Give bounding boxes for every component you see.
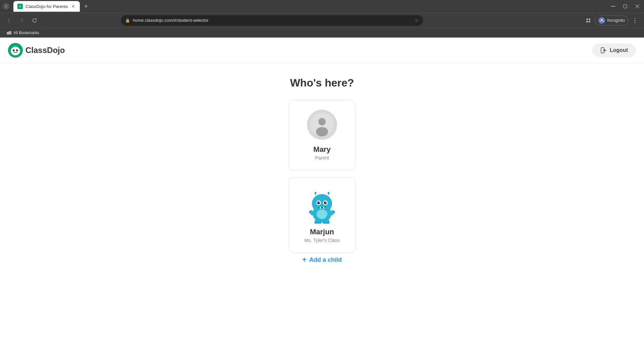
profile-icon — [598, 17, 605, 24]
tab-close-btn[interactable]: ✕ — [70, 4, 76, 9]
back-nav-btn[interactable] — [4, 15, 14, 25]
person-silhouette-icon — [310, 113, 334, 136]
bookmark-star-icon[interactable]: ☆ — [415, 18, 419, 23]
svg-point-14 — [13, 49, 15, 51]
student-name: Marjun — [310, 228, 334, 236]
classdojo-logo-icon — [8, 43, 23, 58]
tab-favicon: D — [17, 4, 23, 9]
logout-btn[interactable]: Logout — [592, 44, 636, 57]
logout-icon — [600, 47, 607, 54]
svg-point-11 — [635, 22, 636, 23]
add-icon: + — [302, 255, 307, 264]
incognito-profile-btn[interactable]: Incognito — [595, 15, 629, 25]
svg-point-29 — [325, 202, 326, 203]
svg-point-41 — [309, 211, 311, 213]
logo-container: ClassDojo — [8, 43, 65, 58]
app-header: ClassDojo Logout — [0, 38, 644, 63]
svg-rect-4 — [586, 18, 588, 20]
address-bar[interactable]: 🔒 home.classdojo.com/#/student-selector … — [121, 15, 423, 26]
svg-rect-5 — [589, 18, 590, 20]
refresh-btn[interactable] — [30, 15, 40, 25]
svg-point-21 — [316, 127, 328, 136]
monster-avatar-icon — [305, 187, 339, 224]
cards-container: Mary Parent — [288, 100, 356, 253]
main-content: Who's here? Mary Parent — [0, 63, 644, 264]
svg-point-15 — [16, 49, 18, 51]
svg-point-28 — [319, 202, 320, 203]
browser-chrome: D ClassDojo for Parents ✕ + — [0, 0, 644, 38]
parent-subtitle: Parent — [315, 155, 329, 161]
svg-point-40 — [317, 209, 327, 219]
close-btn[interactable] — [633, 2, 641, 10]
student-subtitle: Ms. Tyler's Class — [304, 238, 339, 243]
extensions-btn[interactable] — [583, 15, 593, 25]
bookmarks-label: All Bookmarks — [13, 31, 39, 35]
student-profile-card[interactable]: Marjun Ms. Tyler's Class — [288, 177, 356, 253]
parent-avatar — [307, 110, 337, 140]
incognito-label: Incognito — [607, 18, 625, 23]
svg-point-17 — [17, 50, 18, 50]
svg-point-20 — [318, 118, 326, 125]
app-container: ClassDojo Logout Who's here? — [0, 38, 644, 362]
url-text: home.classdojo.com/#/student-selector — [133, 18, 412, 23]
browser-tabs: D ClassDojo for Parents ✕ + — [0, 0, 644, 13]
svg-point-10 — [635, 20, 636, 21]
svg-rect-2 — [611, 6, 615, 7]
bookmarks-bar: All Bookmarks — [0, 27, 644, 38]
browser-toolbar: 🔒 home.classdojo.com/#/student-selector … — [0, 13, 644, 27]
maximize-btn[interactable] — [621, 2, 629, 10]
logo-text: ClassDojo — [25, 46, 65, 55]
svg-point-9 — [635, 18, 636, 19]
active-tab[interactable]: D ClassDojo for Parents ✕ — [13, 1, 80, 12]
browser-actions: Incognito — [583, 15, 640, 25]
svg-rect-31 — [323, 207, 324, 208]
student-avatar — [304, 187, 340, 224]
menu-btn[interactable] — [630, 15, 640, 25]
forward-nav-btn[interactable] — [17, 15, 27, 25]
lock-icon: 🔒 — [125, 18, 130, 23]
bookmarks-folder-btn[interactable]: All Bookmarks — [4, 29, 42, 36]
new-tab-btn[interactable]: + — [81, 2, 91, 11]
page-title: Who's here? — [290, 77, 354, 89]
add-child-label: Add a child — [309, 256, 342, 263]
tab-group: D ClassDojo for Parents ✕ + — [13, 1, 91, 12]
logout-label: Logout — [610, 47, 628, 53]
tab-title: ClassDojo for Parents — [25, 4, 68, 9]
parent-name: Mary — [313, 145, 330, 154]
add-child-btn[interactable]: + Add a child — [302, 255, 342, 264]
tab-switcher-btn[interactable] — [3, 3, 9, 10]
svg-point-42 — [333, 211, 335, 213]
svg-rect-6 — [586, 21, 588, 22]
svg-rect-30 — [320, 207, 321, 208]
svg-point-16 — [14, 50, 14, 50]
svg-rect-7 — [589, 21, 590, 22]
minimize-btn[interactable] — [609, 2, 617, 10]
svg-point-26 — [317, 201, 320, 204]
parent-profile-card[interactable]: Mary Parent — [288, 100, 356, 170]
svg-rect-3 — [624, 5, 627, 8]
svg-point-27 — [324, 201, 327, 204]
svg-text:D: D — [19, 5, 21, 8]
